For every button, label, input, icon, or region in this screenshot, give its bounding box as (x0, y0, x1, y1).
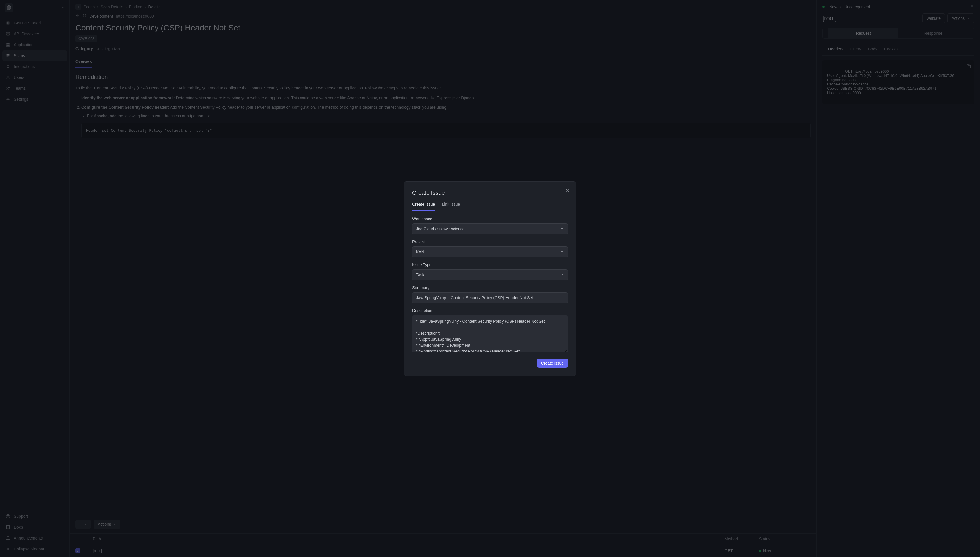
issuetype-select[interactable]: Task (412, 269, 568, 280)
create-issue-modal: ✕ Create Issue Create Issue Link Issue W… (404, 181, 576, 376)
issuetype-label: Issue Type (412, 262, 568, 267)
summary-input[interactable] (412, 292, 568, 303)
modal-tab-create[interactable]: Create Issue (412, 202, 435, 210)
project-label: Project (412, 239, 568, 244)
project-select[interactable]: KAN (412, 246, 568, 257)
summary-label: Summary (412, 285, 568, 290)
modal-tab-link[interactable]: Link Issue (442, 202, 460, 210)
description-textarea[interactable] (412, 315, 568, 352)
create-issue-button[interactable]: Create Issue (537, 358, 568, 368)
workspace-label: Workspace (412, 217, 568, 221)
modal-overlay: ✕ Create Issue Create Issue Link Issue W… (0, 0, 980, 557)
modal-title: Create Issue (412, 190, 568, 196)
description-label: Description (412, 308, 568, 313)
modal-close-icon[interactable]: ✕ (565, 187, 570, 194)
workspace-select[interactable]: Jira Cloud / stkhwk-science (412, 223, 568, 235)
